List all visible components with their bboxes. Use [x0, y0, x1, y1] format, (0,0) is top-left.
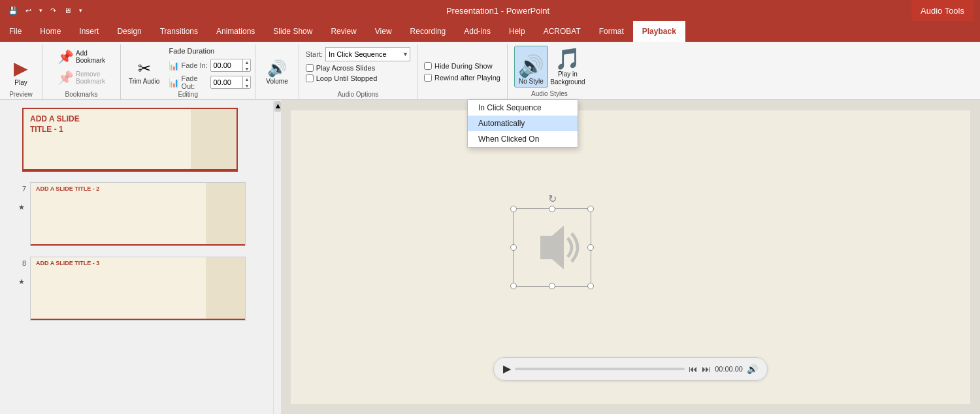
menu-item-addins[interactable]: Add-ins	[455, 21, 500, 42]
player-forward-button[interactable]: ⏭	[702, 364, 711, 374]
trim-audio-button[interactable]: ✂ Trim Audio	[125, 46, 163, 88]
ribbon-group-playback-checks: Hide During Show Rewind after Playing	[417, 44, 508, 99]
menu-item-view[interactable]: View	[366, 21, 401, 42]
fade-out-down-btn[interactable]: ▼	[243, 82, 250, 89]
ribbon-group-volume: 🔊 Volume	[255, 44, 299, 99]
slide-scrollbar[interactable]: ▲	[273, 100, 281, 414]
menu-item-format[interactable]: Format	[590, 21, 633, 42]
ribbon-group-bookmarks: 📌 Add Bookmark 📌 Remove Bookmark Bookmar…	[42, 44, 121, 99]
play-label: Play	[14, 79, 27, 87]
player-play-button[interactable]: ▶	[503, 362, 511, 375]
rotate-handle[interactable]: ↻	[548, 193, 557, 205]
loop-until-stopped-checkbox[interactable]	[306, 74, 314, 82]
player-progress-bar[interactable]	[515, 368, 685, 370]
player-rewind-button[interactable]: ⏮	[689, 364, 698, 374]
undo-dropdown-icon[interactable]: ▾	[37, 6, 44, 15]
slide-thumb-7[interactable]: 7 ★ ADD A SLIDE TITLE - 2	[0, 180, 280, 249]
slide-num-8: 8	[14, 257, 26, 267]
fade-in-input[interactable]	[211, 59, 242, 71]
volume-icon: 🔊	[267, 61, 287, 76]
hide-during-show-checkbox[interactable]	[424, 62, 432, 70]
play-bg-icon: 🎵	[555, 48, 581, 69]
customize-icon[interactable]: 🖥	[62, 5, 73, 16]
trim-label: Trim Audio	[129, 78, 159, 86]
title-bar-left: 💾 ↩ ▾ ↷ 🖥 ▾	[7, 5, 84, 16]
slide-star-7: ★	[17, 193, 26, 212]
fade-in-input-wrap: ▲ ▼	[210, 59, 251, 72]
volume-button[interactable]: 🔊 Volume	[262, 46, 291, 88]
slide-line-8	[31, 319, 245, 320]
play-background-button[interactable]: 🎵 Play in Background	[551, 46, 585, 88]
slide-image-8[interactable]: ADD A SLIDE TITLE - 3	[30, 257, 246, 321]
menu-item-recording[interactable]: Recording	[401, 21, 455, 42]
loop-until-stopped-row[interactable]: Loop Until Stopped	[306, 74, 410, 82]
ribbon-group-audio-styles: 🔊 No Style 🎵 Play in Background Audio St…	[508, 44, 591, 99]
play-preview-button[interactable]: ▶ Play	[7, 47, 35, 89]
play-across-slides-row[interactable]: Play Across Slides	[306, 64, 410, 72]
start-select-wrap: In Click Sequence Automatically When Cli…	[325, 47, 410, 61]
undo-icon[interactable]: ↩	[24, 5, 33, 16]
dropdown-item-0[interactable]: In Click Sequence	[468, 100, 578, 116]
fade-out-row: 📊 Fade Out: ▲ ▼	[169, 74, 251, 90]
menu-item-home[interactable]: Home	[31, 21, 70, 42]
slide-num-7: 7	[14, 182, 26, 193]
slide-thumb-8[interactable]: 8 ★ ADD A SLIDE TITLE - 3	[0, 254, 280, 323]
slide-image-7[interactable]: ADD A SLIDE TITLE - 2	[30, 182, 246, 246]
remove-bookmark-icon: 📌	[57, 70, 74, 86]
fade-out-spinner: ▲ ▼	[242, 76, 250, 89]
menu-item-slideshow[interactable]: Slide Show	[264, 21, 321, 42]
hide-during-show-label: Hide During Show	[434, 62, 493, 70]
dropdown-item-1[interactable]: Automatically	[468, 116, 578, 131]
menu-item-acrobat[interactable]: ACROBAT	[534, 21, 590, 42]
menu-bar: File Home Insert Design Transitions Anim…	[0, 21, 980, 42]
start-dropdown-menu: In Click Sequence Automatically When Cli…	[467, 99, 578, 148]
dropdown-item-2[interactable]: When Clicked On	[468, 131, 578, 147]
fade-out-label: 📊 Fade Out:	[169, 74, 208, 90]
slide-canvas: ↻ ▶ ⏮ ⏭	[291, 110, 970, 404]
fade-out-input[interactable]	[211, 76, 242, 88]
fade-in-down-btn[interactable]: ▼	[243, 65, 250, 72]
no-style-button[interactable]: 🔊 No Style	[514, 46, 548, 88]
play-large-icon: ▶	[14, 59, 28, 78]
redo-icon[interactable]: ↷	[48, 5, 58, 16]
fade-duration-group: Fade Duration 📊 Fade In: ▲ ▼ 📊 Fade	[169, 46, 251, 90]
menu-item-design[interactable]: Design	[108, 21, 150, 42]
play-across-slides-label: Play Across Slides	[316, 64, 375, 72]
dropdown-arrow-icon[interactable]: ▾	[77, 6, 84, 15]
menu-item-file[interactable]: File	[0, 21, 31, 42]
slide-star-8: ★	[17, 267, 26, 286]
rewind-after-playing-row[interactable]: Rewind after Playing	[424, 74, 500, 82]
add-bookmark-button[interactable]: 📌 Add Bookmark	[54, 47, 108, 67]
rewind-after-playing-label: Rewind after Playing	[434, 74, 500, 82]
menu-item-playback[interactable]: Playback	[633, 21, 685, 42]
ribbon: ▶ Play Preview 📌 Add Bookmark 📌 Remove B…	[0, 42, 980, 100]
play-across-slides-checkbox[interactable]	[306, 64, 314, 72]
rewind-after-playing-checkbox[interactable]	[424, 74, 432, 82]
remove-bookmark-button[interactable]: 📌 Remove Bookmark	[54, 68, 108, 88]
fade-out-input-wrap: ▲ ▼	[210, 76, 251, 89]
add-bookmark-icon: 📌	[57, 49, 74, 65]
audio-object[interactable]: ↻	[513, 208, 591, 287]
menu-item-transitions[interactable]: Transitions	[151, 21, 207, 42]
save-icon[interactable]: 💾	[7, 5, 20, 16]
slide-image-1[interactable]: ADD A SLIDETITLE - 1	[22, 108, 238, 172]
app-title: Presentation1 - PowerPoint	[84, 6, 911, 16]
fade-in-spinner: ▲ ▼	[242, 59, 250, 72]
remove-bookmark-label: Remove Bookmark	[76, 71, 105, 85]
menu-item-insert[interactable]: Insert	[70, 21, 108, 42]
no-style-label: No Style	[519, 78, 544, 86]
menu-item-animations[interactable]: Animations	[207, 21, 264, 42]
player-volume-button[interactable]: 🔊	[747, 364, 758, 374]
start-select[interactable]: In Click Sequence Automatically When Cli…	[325, 47, 410, 61]
menu-item-review[interactable]: Review	[321, 21, 365, 42]
fade-in-up-btn[interactable]: ▲	[243, 59, 250, 65]
fade-out-up-btn[interactable]: ▲	[243, 76, 250, 82]
volume-label: Volume	[266, 78, 287, 86]
slide-thumb-1[interactable]: ADD A SLIDETITLE - 1	[0, 105, 280, 174]
menu-item-help[interactable]: Help	[500, 21, 534, 42]
hide-during-show-row[interactable]: Hide During Show	[424, 62, 500, 70]
scroll-up-btn[interactable]: ▲	[274, 101, 281, 112]
audio-styles-btns: 🔊 No Style 🎵 Play in Background	[514, 46, 585, 88]
ribbon-group-editing: ✂ Trim Audio Fade Duration 📊 Fade In: ▲ …	[121, 44, 255, 99]
loop-until-stopped-label: Loop Until Stopped	[316, 74, 378, 82]
